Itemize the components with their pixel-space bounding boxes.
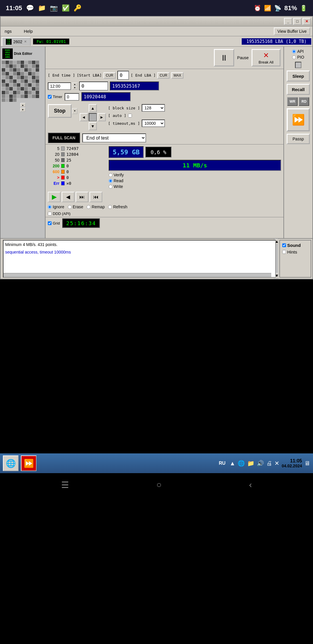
cur-button-2[interactable]: CUR <box>157 72 170 79</box>
hints-checkbox-label[interactable]: Hints <box>282 249 308 254</box>
stat-val-20: 12804 <box>66 152 84 157</box>
remap-radio[interactable] <box>87 205 90 209</box>
end-button[interactable]: ⏮ <box>90 192 102 202</box>
write-radio-label[interactable]: Write <box>109 184 281 189</box>
view-buffer-button[interactable]: View Buffer Live <box>274 28 310 35</box>
verify-radio[interactable] <box>109 173 112 177</box>
timer-right-value[interactable] <box>81 92 131 101</box>
play-button[interactable]: ▶ <box>48 192 61 202</box>
time-spin-up[interactable]: ▲ <box>72 83 77 86</box>
stat-row-err: Err ✕0 <box>48 181 106 186</box>
full-scan-button[interactable]: FULL SCAN <box>48 133 80 143</box>
nav-right-button[interactable]: ► <box>98 113 106 121</box>
read-radio-label[interactable]: Read <box>109 178 281 183</box>
erase-radio-label[interactable]: Erase <box>68 205 83 209</box>
refresh-radio[interactable] <box>108 205 112 209</box>
scroll-up-button[interactable]: ▲ <box>20 103 26 107</box>
timer-value-input[interactable] <box>65 93 79 101</box>
double-arrow-button[interactable]: ⏩ <box>287 108 310 131</box>
stop-dropdown-button[interactable]: ▼ <box>72 108 77 114</box>
refresh-radio-label[interactable]: Refresh <box>108 205 127 209</box>
api-radio[interactable] <box>292 50 296 53</box>
stat-val-5: 72497 <box>66 146 84 151</box>
tab-close-button[interactable]: ✕ <box>24 40 27 44</box>
block-size-label: [ block size ] <box>108 106 140 110</box>
timeout-select[interactable]: 10000 5000 15000 <box>142 120 165 127</box>
nav-bar-menu-icon[interactable]: ☰ <box>61 480 69 490</box>
ddd-checkbox-label[interactable]: DDD (API) <box>48 211 281 216</box>
rd-button[interactable]: RD <box>299 97 309 106</box>
end-time-label: [ End time ] <box>48 73 75 77</box>
remap-label: Remap <box>92 205 105 209</box>
hints-checkbox[interactable] <box>282 250 286 254</box>
auto-row: [ auto ] <box>108 113 165 118</box>
cur-button-1[interactable]: CUR <box>103 72 116 79</box>
map-cell <box>28 95 32 98</box>
cur-value-input[interactable] <box>117 71 129 80</box>
check-icon: ✅ <box>62 4 70 12</box>
map-cell <box>28 72 32 75</box>
pause-button[interactable]: ⏸ <box>214 49 234 66</box>
close-button[interactable]: ✕ <box>303 18 311 25</box>
nav-bar-back-icon[interactable]: ‹ <box>249 480 252 490</box>
sound-checkbox[interactable] <box>282 243 286 247</box>
time-spin-down[interactable]: ▼ <box>72 86 77 90</box>
timer-checkbox[interactable] <box>48 95 52 99</box>
bottom-area <box>0 279 313 453</box>
erase-radio[interactable] <box>68 205 72 209</box>
grid-checkbox[interactable] <box>48 221 52 225</box>
passp-button[interactable]: Passp <box>287 134 310 144</box>
nav-bar-home-icon[interactable]: ○ <box>156 480 161 490</box>
tray-folder-icon: 📁 <box>247 460 254 467</box>
recall-button[interactable]: Recall <box>287 84 310 95</box>
sleep-button[interactable]: Sleep <box>287 70 310 82</box>
tray-network-icon: 🌐 <box>238 460 245 467</box>
remap-radio-label[interactable]: Remap <box>87 205 105 209</box>
skip-next-button[interactable]: ⏭ <box>76 192 88 202</box>
map-cell <box>9 91 13 94</box>
end-lba-input[interactable] <box>110 82 159 91</box>
wr-button[interactable]: WR <box>287 97 298 106</box>
start-lba-input[interactable] <box>79 82 108 91</box>
nav-down-button[interactable]: ▼ <box>89 122 97 130</box>
sound-checkbox-label[interactable]: Sound <box>282 243 308 248</box>
nav-up-button[interactable]: ▲ <box>89 104 97 112</box>
map-cell <box>24 72 28 75</box>
max-button[interactable]: MAX <box>171 72 183 79</box>
taskbar-icon-globe[interactable]: 🌐 <box>3 455 19 471</box>
timer-checkbox-label[interactable]: Timer <box>48 95 62 99</box>
pio-radio[interactable] <box>292 55 296 59</box>
verify-radio-label[interactable]: Verify <box>109 173 281 177</box>
write-radio[interactable] <box>109 185 112 189</box>
wr-rd-row: WR RD <box>287 97 309 106</box>
scroll-down-button[interactable]: ▼ <box>20 108 26 112</box>
menu-help[interactable]: Help <box>22 28 34 34</box>
map-cell <box>24 76 28 79</box>
read-radio[interactable] <box>109 179 112 183</box>
end-time-input[interactable] <box>48 82 71 90</box>
ignore-radio[interactable] <box>48 205 52 209</box>
break-all-button[interactable]: ✕ Break All <box>252 49 281 66</box>
back-button[interactable]: ◀ <box>62 192 74 202</box>
map-cell <box>9 83 13 87</box>
map-cell <box>2 79 5 83</box>
api-radio-label[interactable]: API <box>292 49 304 54</box>
minimize-button[interactable]: _ <box>284 18 292 25</box>
ddd-checkbox[interactable] <box>48 212 52 216</box>
map-cell <box>9 79 13 83</box>
stop-button[interactable]: Stop <box>48 104 72 118</box>
log-hscrollbar[interactable] <box>3 273 271 277</box>
taskbar-icon-app[interactable]: ⏩ <box>21 455 37 471</box>
menu-ngs[interactable]: ngs <box>3 28 13 34</box>
ignore-radio-label[interactable]: Ignore <box>48 205 64 209</box>
nav-left-button[interactable]: ◄ <box>80 113 88 121</box>
auto-checkbox[interactable] <box>128 114 132 117</box>
grid-checkbox-label[interactable]: Grid <box>48 221 60 225</box>
pio-radio-label[interactable]: PIO <box>292 55 304 59</box>
map-cell <box>17 61 20 64</box>
main-tab[interactable]: 010110010 2602 ✕ <box>2 37 31 46</box>
maximize-button[interactable]: □ <box>293 18 301 25</box>
end-of-test-select[interactable]: End of test <box>82 133 146 142</box>
tab-disk-icon: 010110010 <box>6 39 12 45</box>
block-size-select[interactable]: 128 256 64 <box>142 104 165 112</box>
